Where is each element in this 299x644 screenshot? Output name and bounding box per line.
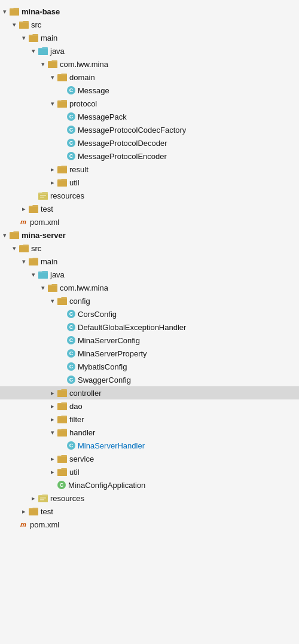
tree-item-26[interactable]: CMinaServerConfig bbox=[0, 334, 299, 347]
item-icon: m bbox=[19, 218, 28, 226]
tree-arrow[interactable]: ▾ bbox=[0, 7, 10, 16]
item-icon: C bbox=[67, 376, 75, 384]
item-label: util bbox=[69, 178, 80, 187]
item-label: CorsConfig bbox=[78, 310, 117, 319]
tree-item-5[interactable]: ▾ com.lww.mina bbox=[0, 57, 299, 71]
tree-item-8[interactable]: ▾ protocol bbox=[0, 97, 299, 110]
tree-item-13[interactable]: ▸ result bbox=[0, 163, 299, 176]
item-label: main bbox=[41, 257, 57, 266]
tree-arrow bbox=[48, 480, 57, 490]
tree-item-16[interactable]: ▸ test bbox=[0, 202, 299, 215]
item-icon bbox=[57, 429, 67, 437]
item-label: pom.xml bbox=[30, 520, 59, 529]
tree-arrow[interactable]: ▸ bbox=[48, 414, 57, 424]
item-icon bbox=[19, 21, 29, 29]
item-icon: C bbox=[67, 310, 75, 318]
item-label: test bbox=[41, 507, 53, 516]
tree-item-28[interactable]: CMybatisConfig bbox=[0, 360, 299, 373]
tree-item-37[interactable]: CMinaConfigApplication bbox=[0, 478, 299, 492]
item-label: test bbox=[41, 205, 53, 213]
tree-item-9[interactable]: CMessagePack bbox=[0, 110, 299, 123]
tree-item-11[interactable]: CMessageProtocolDecoder bbox=[0, 136, 299, 149]
tree-arrow[interactable]: ▾ bbox=[0, 230, 10, 240]
tree-arrow[interactable]: ▾ bbox=[48, 99, 57, 108]
tree-item-29[interactable]: CSwaggerConfig bbox=[0, 373, 299, 386]
tree-item-30[interactable]: ▸ controller bbox=[0, 386, 299, 399]
item-icon bbox=[48, 60, 57, 68]
tree-arrow[interactable]: ▾ bbox=[19, 257, 29, 266]
tree-arrow[interactable]: ▸ bbox=[48, 178, 57, 187]
tree-item-10[interactable]: CMessageProtocolCodecFactory bbox=[0, 123, 299, 136]
item-label: MessageProtocolCodecFactory bbox=[78, 126, 186, 135]
tree-item-21[interactable]: ▾ java bbox=[0, 268, 299, 281]
tree-arrow[interactable]: ▸ bbox=[29, 493, 38, 503]
tree-item-23[interactable]: ▾ config bbox=[0, 294, 299, 307]
item-label: util bbox=[69, 468, 80, 477]
tree-item-2[interactable]: ▾ src bbox=[0, 18, 299, 31]
tree-item-35[interactable]: ▸ service bbox=[0, 452, 299, 465]
item-icon bbox=[57, 74, 67, 81]
tree-arrow[interactable]: ▾ bbox=[29, 46, 38, 56]
tree-item-24[interactable]: CCorsConfig bbox=[0, 307, 299, 321]
item-icon bbox=[57, 455, 67, 463]
item-icon: m bbox=[19, 520, 28, 529]
tree-item-40[interactable]: mpom.xml bbox=[0, 518, 299, 531]
item-label: com.lww.mina bbox=[60, 283, 108, 292]
tree-arrow bbox=[57, 112, 67, 121]
tree-arrow bbox=[57, 125, 67, 135]
item-label: resources bbox=[50, 191, 84, 200]
tree-arrow[interactable]: ▾ bbox=[48, 296, 57, 306]
tree-item-12[interactable]: CMessageProtocolEncoder bbox=[0, 149, 299, 163]
tree-item-18[interactable]: ▾ mina-server bbox=[0, 228, 299, 242]
tree-item-20[interactable]: ▾ main bbox=[0, 255, 299, 268]
tree-item-17[interactable]: mpom.xml bbox=[0, 215, 299, 228]
tree-arrow[interactable]: ▸ bbox=[48, 401, 57, 411]
tree-arrow[interactable]: ▾ bbox=[38, 59, 48, 69]
item-label: src bbox=[31, 20, 41, 29]
tree-arrow[interactable]: ▾ bbox=[19, 33, 29, 42]
tree-item-34[interactable]: CMinaServerHandler bbox=[0, 439, 299, 452]
tree-item-15[interactable]: resources bbox=[0, 189, 299, 202]
item-icon: C bbox=[67, 323, 75, 331]
item-icon: C bbox=[67, 441, 75, 450]
tree-item-1[interactable]: ▾ mina-base bbox=[0, 5, 299, 18]
item-icon bbox=[57, 468, 67, 476]
tree-item-31[interactable]: ▸ dao bbox=[0, 399, 299, 413]
tree-item-4[interactable]: ▾ java bbox=[0, 44, 299, 57]
tree-item-7[interactable]: CMessage bbox=[0, 84, 299, 97]
tree-item-14[interactable]: ▸ util bbox=[0, 176, 299, 189]
item-label: MybatisConfig bbox=[78, 362, 127, 371]
tree-item-32[interactable]: ▸ filter bbox=[0, 413, 299, 426]
item-icon: C bbox=[67, 126, 75, 134]
tree-arrow[interactable]: ▾ bbox=[29, 270, 38, 279]
tree-item-25[interactable]: CDefaultGlobalExceptionHandler bbox=[0, 321, 299, 334]
tree-item-22[interactable]: ▾ com.lww.mina bbox=[0, 281, 299, 294]
item-icon: C bbox=[67, 349, 75, 358]
tree-item-27[interactable]: CMinaServerProperty bbox=[0, 347, 299, 360]
tree-arrow[interactable]: ▸ bbox=[48, 454, 57, 463]
tree-arrow[interactable]: ▾ bbox=[10, 20, 19, 29]
tree-arrow[interactable]: ▸ bbox=[48, 164, 57, 174]
item-icon: C bbox=[67, 86, 75, 94]
tree-item-38[interactable]: ▸ resources bbox=[0, 492, 299, 505]
tree-arrow[interactable]: ▸ bbox=[19, 506, 29, 516]
tree-item-33[interactable]: ▾ handler bbox=[0, 426, 299, 439]
tree-arrow[interactable]: ▾ bbox=[48, 428, 57, 437]
tree-arrow[interactable]: ▸ bbox=[48, 467, 57, 477]
tree-arrow[interactable]: ▸ bbox=[48, 388, 57, 398]
tree-item-6[interactable]: ▾ domain bbox=[0, 71, 299, 84]
tree-arrow bbox=[57, 138, 67, 148]
tree-arrow[interactable]: ▸ bbox=[19, 204, 29, 213]
tree-item-19[interactable]: ▾ src bbox=[0, 242, 299, 255]
tree-arrow bbox=[57, 335, 67, 345]
tree-arrow[interactable]: ▾ bbox=[10, 243, 19, 253]
item-icon bbox=[38, 47, 48, 55]
item-icon bbox=[57, 179, 67, 187]
tree-item-3[interactable]: ▾ main bbox=[0, 31, 299, 44]
tree-item-36[interactable]: ▸ util bbox=[0, 465, 299, 478]
tree-item-39[interactable]: ▸ test bbox=[0, 505, 299, 518]
tree-arrow[interactable]: ▾ bbox=[48, 72, 57, 82]
tree-arrow bbox=[10, 217, 19, 227]
tree-arrow bbox=[57, 349, 67, 358]
tree-arrow[interactable]: ▾ bbox=[38, 283, 48, 292]
